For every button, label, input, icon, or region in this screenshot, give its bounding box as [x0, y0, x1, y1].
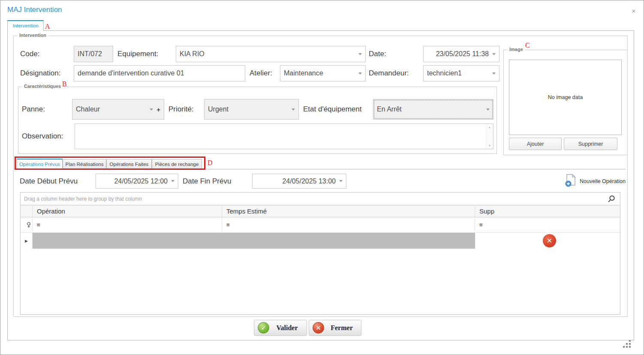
filter-cell-supp[interactable]: =	[475, 217, 620, 232]
chevron-down-icon[interactable]	[358, 53, 362, 55]
caracteristiques-group-label: Caractéristiques	[22, 84, 63, 89]
grid-group-hint: Drag a column header here to group by th…	[24, 196, 142, 202]
equipement-combo[interactable]: KIA RIO	[176, 46, 366, 62]
annotation-d: D	[208, 159, 213, 167]
fermer-button[interactable]: ✕ Fermer	[309, 320, 361, 336]
image-picture-box: No image data	[509, 60, 622, 135]
supprimer-button[interactable]: Supprimer	[564, 138, 617, 150]
filter-pin-icon	[21, 217, 33, 232]
chevron-down-icon[interactable]	[358, 72, 362, 75]
priorite-combo[interactable]: Urgent	[204, 99, 299, 120]
date-value: 23/05/2025 11:38	[427, 50, 489, 58]
cell-operation[interactable]	[33, 233, 222, 249]
observation-textarea[interactable]: ▲ ▼	[75, 123, 494, 149]
row-indicator: ▶	[21, 233, 33, 249]
chevron-down-icon[interactable]	[339, 180, 343, 182]
grid-group-panel[interactable]: Drag a column header here to group by th…	[21, 193, 620, 205]
filter-cell-temps-estime[interactable]: =	[222, 217, 475, 232]
cross-icon: ✕	[313, 322, 324, 334]
tab-operations-faites[interactable]: Opérations Faites	[106, 159, 152, 170]
intervention-tabpage: Intervention Code: INT/072 Equipement: K…	[7, 30, 634, 340]
date-fin-value: 24/05/2025 13:00	[256, 178, 336, 185]
date-fin-editor[interactable]: 24/05/2025 13:00	[252, 174, 346, 189]
observation-scrollbar[interactable]: ▲ ▼	[486, 124, 493, 148]
check-icon: ✓	[258, 322, 269, 334]
grid-filter-row: = = =	[21, 217, 620, 233]
tab-pieces-de-rechange[interactable]: Pièces de rechange	[152, 159, 202, 170]
image-groupbox: Image C No image data Ajouter Supprimer	[503, 50, 628, 155]
no-image-text: No image data	[548, 94, 583, 100]
date-fin-label: Date Fin Prévu	[183, 174, 231, 189]
column-header-operation[interactable]: Opération	[33, 205, 222, 217]
ajouter-button[interactable]: Ajouter	[509, 138, 562, 150]
chevron-down-icon[interactable]	[292, 108, 295, 111]
date-debut-label: Date Début Prévu	[20, 174, 78, 189]
delete-row-icon[interactable]: ✕	[543, 234, 556, 247]
tab-intervention[interactable]: Intervention	[7, 20, 44, 31]
image-group-label: Image	[507, 47, 525, 52]
row-arrow-icon: ▶	[25, 239, 28, 243]
new-operation-icon[interactable]	[565, 174, 577, 187]
designation-value: demande d'intervention curative 01	[78, 69, 241, 77]
intervention-group-label: Intervention	[17, 33, 48, 38]
demandeur-combo[interactable]: technicien1	[423, 65, 500, 81]
tab-operations-prevus[interactable]: Opérations Prévus	[17, 159, 63, 169]
grid-selected-row[interactable]: ▶ ✕	[21, 233, 620, 249]
panne-combo[interactable]: Chaleur +	[72, 99, 164, 120]
fermer-label: Fermer	[324, 324, 361, 332]
chevron-down-icon[interactable]	[492, 53, 496, 55]
code-field: INT/072	[74, 46, 113, 62]
scroll-up-icon[interactable]: ▲	[488, 126, 491, 129]
code-label: Code:	[20, 46, 39, 62]
window-title: MAJ Intervention	[7, 6, 62, 14]
priorite-label: Priorité:	[169, 99, 194, 120]
demandeur-label: Demandeur:	[369, 65, 409, 81]
panne-label: Panne:	[22, 99, 45, 120]
date-debut-value: 24/05/2025 12:00	[99, 178, 168, 185]
designation-input[interactable]: demande d'intervention curative 01	[74, 65, 245, 81]
column-header-supp[interactable]: Supp	[475, 205, 620, 217]
demandeur-value: technicien1	[427, 69, 489, 77]
caracteristiques-groupbox: Caractéristiques B Panne: Chaleur + Prio…	[18, 87, 497, 154]
chevron-down-icon[interactable]	[486, 108, 490, 111]
code-value: INT/072	[78, 50, 109, 58]
etat-equipement-value: En Arrêt	[377, 105, 483, 113]
dialog-window: MAJ Intervention × Intervention A Interv…	[0, 0, 644, 355]
grid-header-indicator	[21, 205, 33, 217]
date-label: Date:	[369, 46, 386, 62]
etat-equipement-label: Etat d'équipement	[303, 99, 362, 120]
cell-supp: ✕	[475, 233, 620, 249]
resize-grip[interactable]	[623, 340, 632, 349]
panne-value: Chaleur	[76, 105, 146, 113]
equipement-value: KIA RIO	[180, 50, 355, 58]
chevron-down-icon[interactable]	[171, 180, 175, 182]
scroll-down-icon[interactable]: ▼	[488, 144, 491, 147]
date-debut-editor[interactable]: 24/05/2025 12:00	[96, 174, 178, 189]
search-icon[interactable]	[607, 195, 616, 203]
etat-equipement-combo[interactable]: En Arrêt	[373, 99, 494, 120]
date-editor[interactable]: 23/05/2025 11:38	[423, 46, 500, 62]
atelier-value: Maintenance	[284, 69, 355, 77]
equipement-label: Equipement:	[117, 46, 158, 62]
annotation-a: A	[45, 23, 50, 30]
priorite-value: Urgent	[208, 105, 288, 113]
valider-label: Valider	[269, 324, 307, 332]
grid-header-row: Opération Temps Estimé Supp	[21, 205, 620, 217]
tab-plan-realisations[interactable]: Plan Réalisations	[63, 159, 106, 170]
chevron-down-icon[interactable]	[492, 72, 496, 75]
cell-temps-estime[interactable]	[222, 233, 475, 249]
atelier-label: Atelier:	[250, 65, 272, 81]
close-icon[interactable]: ×	[629, 6, 638, 16]
chevron-down-icon[interactable]	[150, 108, 153, 111]
atelier-combo[interactable]: Maintenance	[280, 65, 366, 81]
observation-value	[75, 124, 493, 127]
panne-add-button[interactable]: +	[156, 106, 160, 113]
designation-label: Désignation:	[20, 65, 61, 81]
valider-button[interactable]: ✓ Valider	[254, 320, 307, 336]
observation-label: Observation:	[22, 123, 63, 149]
new-operation-button[interactable]: Nouvelle Opération	[580, 174, 626, 189]
column-header-temps-estime[interactable]: Temps Estimé	[222, 205, 475, 217]
operations-grid: Drag a column header here to group by th…	[20, 192, 620, 315]
filter-cell-operation[interactable]: =	[33, 217, 222, 232]
